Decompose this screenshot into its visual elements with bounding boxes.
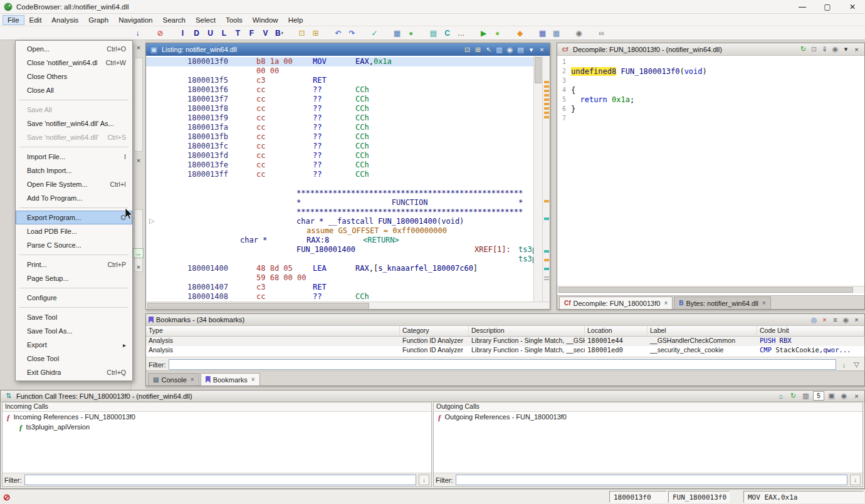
snapshot-icon[interactable]: ◉ <box>839 391 849 401</box>
scrollbar-thumb[interactable] <box>558 287 853 293</box>
listing-line[interactable]: 1800013fecc??CCh <box>146 160 533 170</box>
byte-viewer-icon[interactable]: ▦ <box>538 28 547 39</box>
paste-icon[interactable]: ⊞ <box>473 45 483 55</box>
close-icon[interactable]: × <box>851 315 862 325</box>
listing-line[interactable]: 1800013fbcc??CCh <box>146 132 533 142</box>
column-header-description[interactable]: Description <box>469 326 585 336</box>
file-menu-item-open-file-system[interactable]: Open File System...Ctrl+I <box>16 177 132 191</box>
listing-vertical-scrollbar[interactable] <box>533 56 542 302</box>
menu-tools[interactable]: Tools <box>221 15 248 25</box>
listing-line[interactable]: 00 00 <box>146 66 533 76</box>
listing-line[interactable]: ****************************************… <box>146 189 533 198</box>
refresh-icon[interactable]: ↻ <box>798 45 809 54</box>
column-header-category[interactable]: Category <box>400 326 469 336</box>
memory-map-icon[interactable]: ▦ <box>392 28 402 39</box>
file-menu-item-save-tool[interactable]: Save Tool <box>16 310 132 324</box>
file-menu-item-add-to-program[interactable]: Add To Program... <box>16 191 132 205</box>
tab-close-icon[interactable]: × <box>251 376 255 383</box>
listing-line[interactable]: 1800013f7cc??CCh <box>146 95 533 104</box>
file-menu-item-load-pdb-file[interactable]: Load PDB File... <box>16 224 132 238</box>
tab-close-icon[interactable]: × <box>762 300 766 307</box>
column-header-label[interactable]: Label <box>647 326 757 336</box>
listing-line[interactable]: 1800013f8cc??CCh <box>146 104 533 113</box>
listing-line[interactable]: ts3p <box>146 255 533 264</box>
menu-help[interactable]: Help <box>283 15 308 25</box>
file-menu-item-export-program[interactable]: Export Program...O <box>16 211 132 224</box>
set-variable-button[interactable]: V <box>261 28 270 39</box>
bookmark-row[interactable]: AnalysisFunction ID AnalyzerLibrary Func… <box>146 346 864 355</box>
close-icon[interactable]: × <box>133 263 144 273</box>
decompile-line[interactable]: 5 return 0x1a; <box>557 95 864 105</box>
diff-view-icon[interactable]: ▥ <box>494 45 505 55</box>
listing-line[interactable]: 180001407c3RET <box>146 283 533 292</box>
file-menu-item-close-tool[interactable]: Close Tool <box>16 352 132 365</box>
file-menu-item-configure[interactable]: Configure <box>16 291 132 305</box>
listing-current-line[interactable]: 1800013f0b8 1a 00MOVEAX,0x1a <box>146 57 533 66</box>
tab-console[interactable]: ▤Console× <box>148 373 199 386</box>
close-icon[interactable]: × <box>851 391 862 401</box>
pin-icon[interactable]: ▣ <box>826 391 837 401</box>
file-menu-item-save-all[interactable]: Save All <box>16 103 132 117</box>
filter-edit-icon[interactable]: ◎ <box>809 315 819 325</box>
filter-options-icon[interactable]: ↓ <box>419 475 429 485</box>
listing-line[interactable]: 1800013fdcc??CCh <box>146 151 533 160</box>
paste-icon[interactable]: ⊞ <box>311 28 320 39</box>
set-undefined-button[interactable]: U <box>206 28 215 39</box>
cursor-location-icon[interactable]: ↖ <box>483 45 494 55</box>
close-icon[interactable]: × <box>851 45 862 54</box>
tree-item[interactable]: ƒIncoming References - FUN_1800013f0 <box>3 412 431 422</box>
tab-bytes-notifier-win64-dll[interactable]: BBytes: notifier_win64.dll× <box>674 297 771 309</box>
close-icon[interactable]: × <box>537 45 547 55</box>
menu-navigation[interactable]: Navigation <box>113 15 157 25</box>
filter-options-icon[interactable]: ↓ <box>850 475 861 485</box>
listing-line[interactable]: 1800013facc??CCh <box>146 123 533 132</box>
validate-icon[interactable]: ✓ <box>370 28 379 39</box>
tab-close-icon[interactable]: × <box>664 300 668 307</box>
decompile-line[interactable]: 4{ <box>557 86 864 95</box>
navigation-marker-icon[interactable]: ↓ <box>133 28 142 39</box>
file-menu-item-print[interactable]: Print...Ctrl+P <box>16 258 132 271</box>
listing-line[interactable]: * FUNCTION * <box>146 198 533 207</box>
column-header-location[interactable]: Location <box>585 326 647 336</box>
listing-line[interactable]: 1800013ffcc??CCh <box>146 170 533 179</box>
bookmark-row[interactable]: AnalysisFunction ID AnalyzerLibrary Func… <box>146 337 864 346</box>
listing-navigation-margin[interactable] <box>542 56 550 302</box>
listing-line[interactable]: 1800013f9cc??CCh <box>146 113 533 123</box>
set-label-button[interactable]: L <box>219 28 229 39</box>
apply-icon[interactable]: → <box>133 248 144 258</box>
dropdown-caret-icon[interactable]: ▾ <box>526 45 537 55</box>
scrollbar[interactable] <box>134 209 143 272</box>
dual-panel-icon[interactable]: ▥ <box>800 391 811 401</box>
filter-options-icon[interactable]: ▽ <box>851 360 862 369</box>
recurse-depth-spinner[interactable]: 5 <box>813 391 824 401</box>
scrollbar-thumb[interactable] <box>535 57 542 83</box>
tab-decompile-fun-1800013f0[interactable]: CfDecompile: FUN_1800013f0× <box>559 297 673 309</box>
file-menu-item-save-notifier-win64-dll[interactable]: Save 'notifier_win64.dll'Ctrl+S <box>16 130 132 144</box>
scrollbar-thumb[interactable] <box>147 303 369 308</box>
minimize-button[interactable]: — <box>790 0 815 14</box>
function-graph-icon[interactable]: ▦ <box>552 28 561 39</box>
file-menu-item-page-setup[interactable]: Page Setup... <box>16 271 132 285</box>
listing-line[interactable]: 1800013fccc??CCh <box>146 142 533 151</box>
file-menu-item-open[interactable]: Open...Ctrl+O <box>16 42 132 56</box>
listing-line[interactable]: 59 68 00 00 <box>146 273 533 283</box>
outgoing-filter-input[interactable] <box>456 475 848 485</box>
file-menu-item-parse-c-source[interactable]: Parse C Source... <box>16 238 132 252</box>
tree-item[interactable]: ƒts3plugin_apiVersion <box>3 422 431 432</box>
dropdown-caret-icon[interactable]: ▾ <box>841 45 851 54</box>
tab-bookmarks[interactable]: Bookmarks× <box>201 373 260 386</box>
file-menu-item-close-notifier-win64-dll[interactable]: Close 'notifier_win64.dll'Ctrl+W <box>16 56 132 70</box>
filter-save-icon[interactable]: ↓ <box>839 360 849 369</box>
set-data-button[interactable]: D <box>192 28 201 39</box>
decompile-line[interactable]: 3 <box>557 76 864 86</box>
decompile-line[interactable]: 6} <box>557 105 864 114</box>
listing-line[interactable]: 18000140048 8d 05LEARAX,[s_knaaarfel_180… <box>146 264 533 273</box>
file-menu-item-save-tool-as[interactable]: Save Tool As... <box>16 324 132 338</box>
file-menu-item-batch-import[interactable]: Batch Import... <box>16 164 132 177</box>
listing-line[interactable]: char * __fastcall FUN_180001400(void) <box>146 217 533 226</box>
tree-item[interactable]: ƒOutgoing References - FUN_1800013f0 <box>434 412 862 422</box>
file-menu-item-close-all[interactable]: Close All <box>16 83 132 97</box>
column-header-code-unit[interactable]: Code Unit <box>757 326 864 336</box>
incoming-filter-input[interactable] <box>24 475 417 485</box>
refresh-icon[interactable]: ↻ <box>788 391 799 401</box>
